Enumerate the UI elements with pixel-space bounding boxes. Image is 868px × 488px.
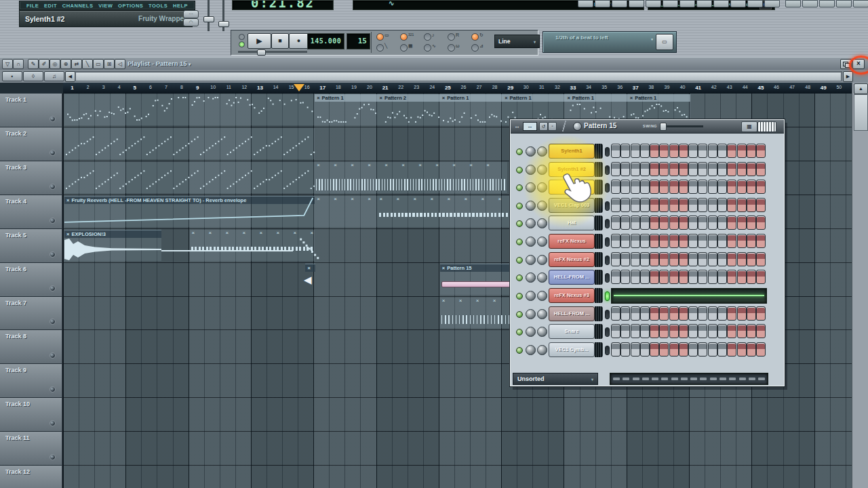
channel-pan-knob[interactable] [526,237,536,247]
channel-pan-knob[interactable] [526,327,536,337]
step-cell[interactable] [727,306,736,321]
step-cell[interactable] [620,252,630,266]
step-cell[interactable] [611,324,620,338]
channel-volume-knob[interactable] [537,255,547,265]
transport-led-row1-4[interactable] [448,33,455,41]
step-cell[interactable] [708,306,717,321]
step-cell[interactable] [640,342,650,357]
step-cell[interactable] [756,162,766,176]
clip-region[interactable]: × [305,264,315,272]
step-cell[interactable] [640,252,650,266]
step-cell[interactable] [650,270,659,284]
horizontal-scrollbar-track[interactable] [75,71,842,81]
swing-slider-track[interactable] [661,125,703,127]
step-cell[interactable] [727,162,736,176]
step-cell[interactable] [669,234,679,248]
clip-header[interactable]: ×Pattern 2 [378,94,440,102]
channel-grip[interactable] [595,342,603,357]
step-cell[interactable] [727,270,736,284]
playlist-tool-5[interactable]: ◎ [50,59,60,69]
clip-remove-icon[interactable]: × [442,95,445,101]
vertical-scrollbar[interactable]: ▲ [852,83,868,488]
step-cell[interactable] [737,162,747,176]
channel-pan-knob[interactable] [526,182,536,192]
toolbar-button[interactable] [819,0,835,7]
vertical-scrollbar-thumb[interactable] [854,94,868,131]
track-panel-3[interactable]: Track 3 [0,161,62,195]
step-cell[interactable] [756,234,766,248]
timeline-ruler[interactable]: 1234567891011121314151617181920212223242… [63,83,852,94]
keyboard-editor-button[interactable] [757,121,776,132]
record-button[interactable]: ● [289,33,309,49]
track-led[interactable] [50,352,56,359]
channel-enable-led[interactable] [516,347,523,354]
track-led[interactable] [50,116,56,122]
master-volume-handle[interactable] [203,16,214,22]
step-cell[interactable] [727,144,736,158]
step-cell[interactable] [756,342,766,357]
channel-enable-led[interactable] [516,148,523,155]
track-led[interactable] [50,184,56,190]
step-cell[interactable] [650,162,659,176]
step-cell[interactable] [727,198,736,212]
transport-led-row2-2[interactable] [400,44,408,52]
step-cell[interactable] [679,342,688,357]
clip-header[interactable]: × [305,264,315,272]
channel-pan-knob[interactable] [526,345,536,355]
step-cell[interactable] [727,252,736,266]
step-cell[interactable] [640,216,650,230]
step-cell[interactable] [669,306,679,321]
transport-led-row1-2[interactable] [400,33,408,41]
step-cell[interactable] [737,342,747,357]
channel-grip[interactable] [595,144,603,159]
master-volume-slider[interactable] [208,0,210,31]
menu-item-tools[interactable]: TOOLS [149,3,167,9]
playlist-tool2-3[interactable]: ♫ [44,71,64,81]
toolbar-button[interactable] [730,0,746,7]
step-cell[interactable] [688,324,698,338]
step-cell[interactable] [620,198,630,212]
menu-item-help[interactable]: HELP [173,3,188,9]
toolbar-button[interactable] [578,0,593,7]
menu-item-file[interactable]: FILE [26,3,39,9]
channel-enable-led[interactable] [516,220,523,227]
channel-volume-knob[interactable] [537,165,547,175]
rack-nav-display[interactable]: -- [523,122,537,131]
channel-button[interactable]: reFX Nexus [549,234,595,249]
channel-volume-knob[interactable] [537,345,547,355]
rack-mini-icon[interactable]: ▫ [548,122,557,131]
step-cell[interactable] [631,216,640,230]
step-cell[interactable] [669,162,679,176]
play-button[interactable]: ▶ [248,33,271,49]
channel-mute-led[interactable] [605,310,610,319]
toolbar-button[interactable] [802,0,818,7]
clip-header[interactable]: ×Pattern 1 [502,94,565,102]
step-cell[interactable] [747,198,756,212]
step-cell[interactable] [669,180,679,194]
step-cell[interactable] [698,252,707,266]
step-cell[interactable] [659,180,669,194]
clip-header[interactable]: ×Pattern 15 [440,264,513,272]
channel-volume-knob[interactable] [537,327,547,337]
channel-grip[interactable] [595,252,603,267]
channel-enable-led[interactable] [516,329,523,336]
step-cell[interactable] [620,324,630,338]
hint-panel-button[interactable]: ▭ [656,34,673,50]
clip-remove-icon[interactable]: × [307,265,310,271]
playlist-title-bar[interactable]: ▽∩✎✐◎⊗⇄╲▭⊞◁ Playlist - Pattern 15 ▾ × [0,57,868,71]
channel-pan-knob[interactable] [526,309,536,319]
step-cell[interactable] [708,162,717,176]
clip-remove-icon[interactable]: × [505,95,507,101]
step-cell[interactable] [659,324,669,338]
step-cell[interactable] [727,324,736,338]
scroll-right-button[interactable]: ▶ [843,71,853,82]
channel-enable-led[interactable] [516,274,523,281]
step-cell[interactable] [727,180,736,194]
plugin-detach-button[interactable]: ⋯ [183,10,199,18]
clip-region[interactable]: ×××× [315,196,377,227]
toolbar-button[interactable] [836,0,852,7]
step-cell[interactable] [620,216,630,230]
clip-header[interactable]: ×Pattern 1 [628,94,690,102]
step-cell[interactable] [640,324,650,338]
step-cell[interactable] [659,162,669,176]
